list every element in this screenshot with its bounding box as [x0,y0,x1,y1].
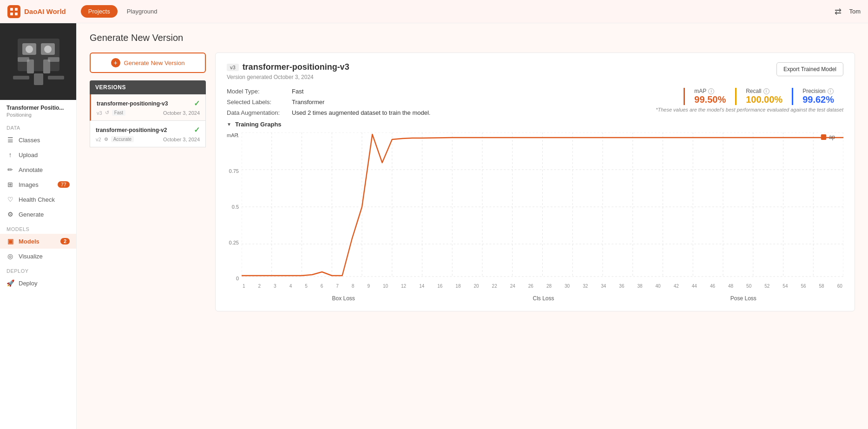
nav-projects[interactable]: Projects [81,5,118,18]
sidebar: Transformer Positio... Positioning Data … [0,23,77,429]
images-icon: ⊞ [7,181,14,188]
sidebar-item-deploy[interactable]: 🚀 Deploy [0,276,76,290]
sidebar-item-visualize[interactable]: ◎ Visualize [0,249,76,264]
sidebar-project-info: Transformer Positio... Positioning [0,100,76,120]
bottom-labels: Box Loss Cls Loss Pose Loss [243,295,843,302]
recall-label: Recall i [746,88,769,94]
model-name: transformer-positioning-v3 [243,62,349,72]
sidebar-item-generate-label: Generate [19,211,44,218]
nav-playground[interactable]: Playground [119,5,165,18]
chart-header[interactable]: ▼ Training Graphs [227,121,843,128]
layout: Transformer Positio... Positioning Data … [0,23,868,429]
check-icon-v3: ✓ [194,99,200,108]
recall-info-icon[interactable]: i [763,88,769,94]
ytick-0: 0 [236,276,239,281]
sidebar-item-annotate-label: Annotate [19,166,43,173]
version-card-v3-title: transformer-positioning-v3 ✓ [97,99,200,108]
svg-rect-10 [48,57,59,62]
chart-svg: ap [242,132,843,281]
health-check-icon: ♡ [7,196,14,203]
annotate-icon: ✏ [7,166,14,173]
deploy-icon: 🚀 [7,279,14,287]
data-augmentation-label: Data Augmentation: [227,109,287,116]
models-badge: 2 [60,238,70,244]
svg-point-11 [26,46,33,53]
sidebar-item-images[interactable]: ⊞ Images 77 [0,177,76,192]
user-name: Tom [849,8,861,15]
models-icon: ▣ [7,238,14,245]
svg-rect-3 [15,13,18,15]
version-card-v2[interactable]: transformer-positioning-v2 ✓ v2 ⚙ Accura… [90,121,206,147]
project-type: Positioning [7,112,70,118]
images-badge: 77 [58,181,70,188]
recall-metric: Recall i 100.00% [735,88,792,105]
sidebar-item-annotate[interactable]: ✏ Annotate [0,162,76,177]
sidebar-item-images-label: Images [19,181,39,188]
nav-right: ⇄ Tom [835,7,861,17]
right-panel: v3 transformer-positioning-v3 Version ge… [215,53,855,311]
meta-metrics-row: Model Type: Fast Selected Labels: Transf… [227,88,843,116]
svg-rect-0 [10,8,13,11]
data-augmentation-value: Used 2 times augmented dataset to train … [292,109,430,116]
version-card-v2-meta: v2 ⚙ Accurate October 3, 2024 [96,136,200,142]
svg-point-12 [44,46,52,53]
precision-value: 99.62% [802,94,834,105]
main-content: Generate New Version + Generate New Vers… [77,23,868,429]
sidebar-item-models[interactable]: ▣ Models 2 [0,234,76,249]
map-metric: mAP i 99.50% [684,88,735,105]
sidebar-item-generate[interactable]: ⚙ Generate [0,207,76,222]
chart-svg-container: ap 1 2 3 4 5 6 7 [242,132,843,289]
chart-title: Training Graphs [235,121,282,128]
metrics-row: mAP i 99.50% Recall i 100.00% [684,88,843,105]
precision-metric: Precision i 99.62% [792,88,843,105]
performance-note: *These values are the model's best perfo… [656,107,843,112]
check-icon-v2: ✓ [194,125,200,134]
sidebar-item-classes[interactable]: ☰ Classes [0,132,76,147]
svg-rect-14 [13,76,29,79]
metrics-section: mAP i 99.50% Recall i 100.00% [656,88,843,112]
nav-links: Projects Playground [81,5,165,18]
box-loss-label: Box Loss [243,295,443,302]
models-section-header: Models [0,222,76,234]
chart-wrapper: mAP 1 0.75 0.5 0.25 0 [227,132,843,289]
versions-header: VERSIONS [90,80,206,94]
version-tag: v3 [227,64,239,71]
classes-icon: ☰ [7,136,14,144]
model-date: Version generated October 3, 2024 [227,74,349,80]
page-title: Generate New Version [90,33,855,43]
sidebar-item-visualize-label: Visualize [19,253,43,260]
sidebar-item-health-check[interactable]: ♡ Health Check [0,192,76,207]
sidebar-item-upload[interactable]: ↑ Upload [0,147,76,162]
generate-new-version-button[interactable]: + Generate New Version [90,53,206,73]
map-info-icon[interactable]: i [708,88,714,94]
ytick-075: 0.75 [229,168,239,174]
sidebar-item-health-check-label: Health Check [19,196,55,203]
meta-selected-labels: Selected Labels: Transformer [227,99,430,106]
ytick-025: 0.25 [229,240,239,245]
export-trained-model-button[interactable]: Export Trained Model [776,62,843,76]
ytick-05: 0.5 [232,204,239,210]
translate-icon[interactable]: ⇄ [835,7,842,17]
chart-section: ▼ Training Graphs mAP 1 0.75 0.5 [227,121,843,302]
model-header: v3 transformer-positioning-v3 Version ge… [227,62,843,80]
chart-ylabel: mAP [227,132,238,138]
version-card-v2-title: transformer-positioning-v2 ✓ [96,125,200,134]
svg-rect-42 [821,134,827,140]
topnav: DaoAI World Projects Playground ⇄ Tom [0,0,868,23]
model-type-value: Fast [292,88,303,95]
data-section-header: Data [0,120,76,132]
svg-rect-15 [48,76,64,79]
version-card-v3[interactable]: transformer-positioning-v3 ✓ v3 ↺ Fast O… [90,94,206,121]
pose-loss-label: Pose Loss [644,295,843,302]
svg-rect-2 [10,13,13,15]
svg-rect-9 [18,57,29,62]
sidebar-item-classes-label: Classes [19,137,40,144]
x-axis: 1 2 3 4 5 6 7 8 9 10 [242,284,843,289]
plus-icon: + [111,58,120,67]
brand-icon [7,5,20,18]
collapse-icon: ▼ [227,122,231,127]
selected-labels-label: Selected Labels: [227,99,287,106]
brand: DaoAI World [7,5,66,18]
precision-info-icon[interactable]: i [828,88,834,94]
model-title-section: v3 transformer-positioning-v3 Version ge… [227,62,349,80]
